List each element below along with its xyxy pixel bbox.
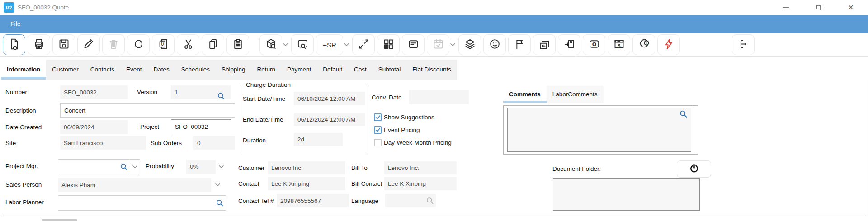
bill-contact-label: Bill Contact xyxy=(351,180,382,187)
layout-grid xyxy=(377,34,400,55)
number-field[interactable]: SFO_00032 xyxy=(60,85,128,99)
package-search-button[interactable] xyxy=(259,34,282,55)
tab-payment[interactable]: Payment xyxy=(281,60,317,80)
start-datetime-field[interactable]: 06/10/2024 12:00 AM xyxy=(294,92,365,105)
tab-contacts[interactable]: Contacts xyxy=(85,60,120,80)
smiley-face-button[interactable] xyxy=(483,34,506,55)
labor-planner-search-icon[interactable] xyxy=(216,199,223,207)
zero-badge-button[interactable]: O xyxy=(583,34,605,55)
checkbox[interactable] xyxy=(374,139,382,146)
bill-to-field[interactable]: Lenovo Inc. xyxy=(384,161,457,174)
sales-person-field[interactable]: Alexis Pham xyxy=(58,178,211,192)
duplicate-button[interactable] xyxy=(202,34,224,55)
menu-view[interactable] xyxy=(41,15,55,33)
tab-schedules[interactable]: Schedules xyxy=(175,60,216,80)
tab-shipping[interactable]: Shipping xyxy=(216,60,251,80)
flag-button[interactable] xyxy=(508,34,531,55)
document-folder-box[interactable] xyxy=(553,178,700,211)
logout-button[interactable] xyxy=(732,34,755,55)
cut-scissors-button[interactable] xyxy=(177,34,199,55)
time-money-button[interactable]: $ xyxy=(632,34,655,55)
menu-edit[interactable] xyxy=(28,15,41,33)
restore-button[interactable] xyxy=(808,0,828,14)
door-return-button[interactable] xyxy=(533,34,556,55)
edit-pencil-button[interactable] xyxy=(77,34,100,55)
conv-date-field[interactable] xyxy=(409,90,469,104)
end-datetime-field[interactable]: 06/12/2024 12:00 AM xyxy=(294,113,365,126)
copy-zero-icon: 0 xyxy=(157,38,170,52)
time-money: $ xyxy=(632,34,655,55)
checkbox-show-suggestions[interactable]: Show Suggestions xyxy=(374,113,452,121)
document-folder-power-button[interactable] xyxy=(677,160,711,178)
menu-convert[interactable] xyxy=(82,15,95,33)
menu-search[interactable] xyxy=(55,15,68,33)
tab-dates[interactable]: Dates xyxy=(148,60,175,80)
language-search-icon[interactable] xyxy=(426,197,434,205)
new-document-button[interactable] xyxy=(3,34,25,55)
checkbox[interactable] xyxy=(374,126,382,134)
project-mgr-search-icon[interactable] xyxy=(120,163,127,171)
project-field[interactable]: SFO_00032 xyxy=(171,119,231,134)
project-mgr-dropdown[interactable] xyxy=(130,159,140,174)
sales-person-dropdown[interactable] xyxy=(212,178,222,192)
layers-stack-button[interactable] xyxy=(458,34,481,55)
checkbox-event-pricing[interactable]: Event Pricing xyxy=(374,126,452,134)
calendar-check-button[interactable] xyxy=(427,34,449,55)
menu-pad[interactable] xyxy=(109,15,123,33)
comment-note-button[interactable] xyxy=(402,34,425,55)
tab-laborcomments[interactable]: LaborComments xyxy=(547,86,604,103)
menu-file[interactable]: File xyxy=(4,15,28,33)
tab-event[interactable]: Event xyxy=(120,60,148,80)
chevron-down-icon[interactable] xyxy=(282,43,289,47)
search-circle-button[interactable] xyxy=(127,34,150,55)
tab-flat-discounts[interactable]: Flat Discounts xyxy=(406,60,457,80)
chevron-down-icon[interactable] xyxy=(343,43,350,47)
checkbox-day-week-month-pricing[interactable]: Day-Week-Month Pricing xyxy=(374,138,452,146)
tab-customer[interactable]: Customer xyxy=(46,60,85,80)
close-button[interactable]: × xyxy=(841,0,861,14)
add-sr-button[interactable]: +SR xyxy=(316,34,343,55)
checkbox[interactable] xyxy=(374,113,382,121)
layout-grid-button[interactable] xyxy=(377,34,400,55)
project-mgr-field[interactable] xyxy=(58,159,130,174)
probability-field[interactable]: 0% xyxy=(186,160,216,174)
minimize-button[interactable] xyxy=(776,0,796,14)
contact-field[interactable]: Lee K Xinping xyxy=(268,177,345,190)
tab-cost[interactable]: Cost xyxy=(348,60,373,80)
site-field[interactable]: San Francisco xyxy=(60,136,146,150)
tab-return[interactable]: Return xyxy=(251,60,281,80)
bill-contact-field[interactable]: Lee K Xinping xyxy=(384,177,457,190)
print-button[interactable] xyxy=(28,34,50,55)
copy-zero-button[interactable]: 0 xyxy=(152,34,175,55)
sub-orders-field[interactable]: 0 xyxy=(193,136,235,150)
expand-arrows-button[interactable] xyxy=(352,34,375,55)
language-field[interactable] xyxy=(385,194,436,207)
tab-comments[interactable]: Comments xyxy=(503,86,547,103)
delete-trash-button[interactable] xyxy=(102,34,125,55)
customer-field[interactable]: Lenovo Inc. xyxy=(268,161,345,174)
version-search-icon[interactable] xyxy=(217,92,225,100)
chevron-down-icon[interactable] xyxy=(449,43,456,47)
contact-tel-field[interactable]: 209876555567 xyxy=(277,194,349,207)
labor-planner-field[interactable] xyxy=(58,195,226,211)
sales-window-button[interactable]: $ xyxy=(608,34,630,55)
menu-actions[interactable] xyxy=(68,15,82,33)
calendar-check-icon xyxy=(432,38,444,52)
paste-clipboard-button[interactable] xyxy=(226,34,249,55)
comments-textarea[interactable] xyxy=(507,108,691,152)
screen-search-button[interactable] xyxy=(291,34,314,55)
comments-search-icon[interactable] xyxy=(679,110,687,118)
lightning-button[interactable] xyxy=(657,34,680,55)
date-created-field[interactable]: 06/09/2024 xyxy=(60,120,128,134)
menu-add[interactable] xyxy=(95,15,109,33)
tab-information[interactable]: Information xyxy=(1,60,46,80)
tab-subtotal[interactable]: Subtotal xyxy=(373,60,407,80)
description-field[interactable]: Concert xyxy=(60,103,235,118)
save-button[interactable] xyxy=(52,34,75,55)
delete-trash-icon xyxy=(108,38,120,52)
duration-field[interactable]: 2d xyxy=(294,133,343,146)
box-import-button[interactable] xyxy=(558,34,580,55)
horizontal-scrollbar-thumb[interactable] xyxy=(42,219,77,221)
probability-dropdown[interactable] xyxy=(217,160,226,174)
tab-default[interactable]: Default xyxy=(317,60,348,80)
